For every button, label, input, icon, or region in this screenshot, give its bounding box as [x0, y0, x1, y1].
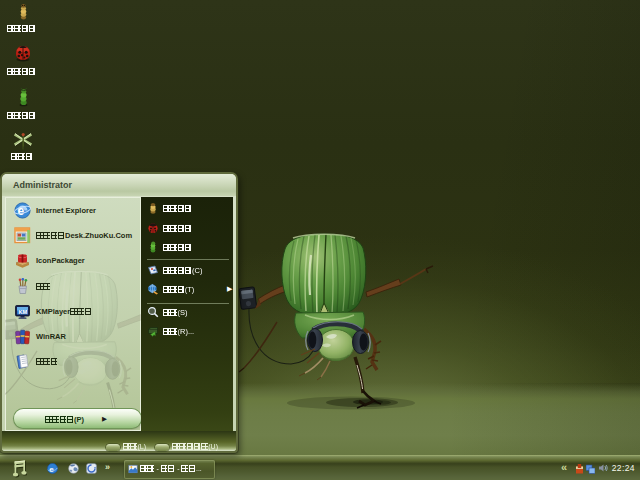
svg-text:e: e [49, 465, 54, 474]
svg-text:KM: KM [18, 308, 27, 314]
